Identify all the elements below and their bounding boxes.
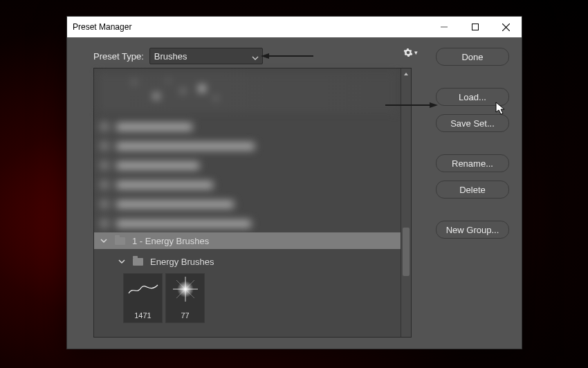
scrollbar-thumb[interactable]	[403, 228, 410, 276]
folder-icon	[133, 258, 143, 266]
svg-marker-5	[261, 53, 269, 59]
minimize-icon	[441, 24, 448, 30]
brush-thumbnail[interactable]: 77	[165, 273, 205, 323]
subgroup-label: Energy Brushes	[150, 257, 214, 267]
preset-type-value: Brushes	[154, 51, 187, 62]
brush-preview-77	[169, 277, 201, 302]
annotation-arrow-preset-type	[261, 53, 315, 59]
gear-icon	[403, 48, 413, 57]
done-button[interactable]: Done	[436, 48, 509, 66]
caret-up-icon	[403, 72, 409, 76]
delete-button[interactable]: Delete	[436, 181, 509, 199]
new-group-button[interactable]: New Group...	[436, 221, 509, 239]
chevron-down-icon	[118, 257, 126, 266]
scrollbar[interactable]	[401, 68, 411, 337]
dialog-title: Preset Manager	[73, 22, 131, 32]
preset-type-select[interactable]: Brushes	[149, 48, 263, 64]
folder-icon	[115, 237, 125, 245]
dialog-body: Preset Type: Brushes ▾	[67, 37, 522, 349]
minimize-button[interactable]	[428, 17, 459, 37]
preset-type-row: Preset Type: Brushes	[93, 48, 263, 64]
preset-manager-dialog: Preset Manager Preset Type: Brushes	[66, 16, 522, 349]
maximize-icon	[472, 24, 479, 30]
brush-size-label: 1471	[134, 311, 151, 320]
save-set-button[interactable]: Save Set...	[436, 114, 509, 132]
brush-size-label: 77	[181, 311, 189, 320]
close-button[interactable]	[490, 17, 522, 37]
annotation-arrow-load	[385, 102, 438, 109]
button-column: Done Load... Save Set... Rename... Delet…	[436, 48, 509, 247]
brush-preview-1471	[127, 277, 159, 302]
chevron-down-icon	[100, 237, 108, 245]
group-row-energy-brushes[interactable]: 1 - Energy Brushes	[94, 232, 404, 249]
titlebar[interactable]: Preset Manager	[67, 17, 522, 37]
chevron-down-icon	[252, 53, 259, 63]
rename-button[interactable]: Rename...	[436, 154, 509, 172]
group-label: 1 - Energy Brushes	[132, 236, 209, 246]
load-button[interactable]: Load...	[436, 88, 509, 106]
flyout-menu-button[interactable]: ▾	[403, 48, 418, 57]
blurred-content	[94, 68, 401, 228]
preset-type-label: Preset Type:	[93, 51, 144, 62]
svg-rect-1	[472, 24, 478, 30]
close-icon	[502, 24, 510, 31]
brush-thumbnail[interactable]: 1471	[123, 273, 163, 323]
scroll-up-button[interactable]	[401, 68, 411, 80]
maximize-button[interactable]	[459, 17, 490, 37]
subgroup-row-energy-brushes[interactable]: Energy Brushes	[94, 253, 422, 270]
preset-list-panel: 1 - Energy Brushes Energy Brushes 1471	[93, 68, 412, 338]
